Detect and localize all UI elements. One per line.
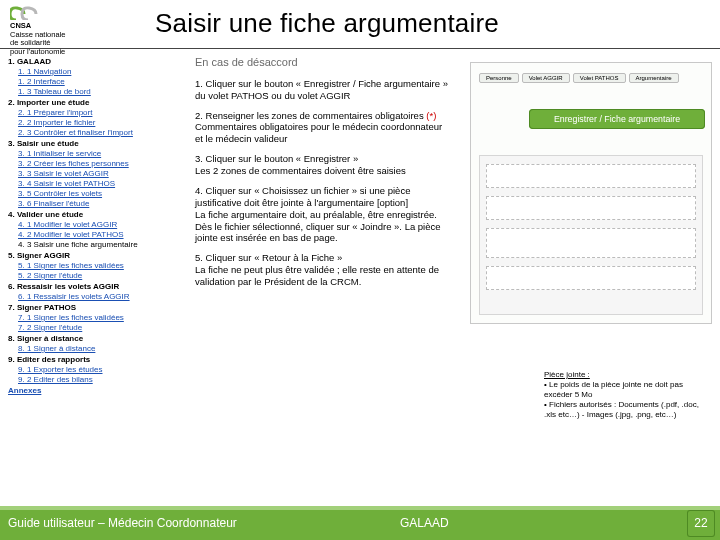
toc-item: 5. 1 Signer les fiches validées	[18, 261, 188, 271]
toc-link[interactable]: 4. 1 Modifier le volet AGGIR	[18, 220, 117, 229]
screenshot-tab: Volet PATHOS	[573, 73, 626, 83]
toc-link[interactable]: 9. 1 Exporter les études	[18, 365, 103, 374]
step-2: 2. Renseigner les zones de commentaires …	[195, 110, 450, 146]
toc-link[interactable]: 3. 1 Initialiser le service	[18, 149, 101, 158]
toc-link[interactable]: 5. 1 Signer les fiches validées	[18, 261, 124, 270]
screenshot-tab: Personne	[479, 73, 519, 83]
toc-item: 8. 1 Signer à distance	[18, 344, 188, 354]
table-of-contents: 1. GALAAD1. 1 Navigation1. 2 Interface1.…	[8, 56, 188, 396]
toc-item: 1. GALAAD	[8, 57, 188, 67]
toc-item: 3. 5 Contrôler les volets	[18, 189, 188, 199]
toc-item: 4. 2 Modifier le volet PATHOS	[18, 230, 188, 240]
toc-item: 2. 2 Importer le fichier	[18, 118, 188, 128]
toc-link[interactable]: 7. 2 Signer l'étude	[18, 323, 82, 332]
form-panel	[479, 155, 703, 315]
toc-link[interactable]: 3. 2 Créer les fiches personnes	[18, 159, 129, 168]
toc-item: 9. 2 Editer des bilans	[18, 375, 188, 385]
footer-bar: Guide utilisateur – Médecin Coordonnateu…	[0, 506, 720, 540]
toc-link[interactable]: 2. 2 Importer le fichier	[18, 118, 95, 127]
toc-item: 1. 2 Interface	[18, 77, 188, 87]
step-4: 4. Cliquer sur « Choisissez un fichier »…	[195, 185, 450, 244]
toc-link[interactable]: Annexes	[8, 386, 41, 395]
toc-item: 7. 2 Signer l'étude	[18, 323, 188, 333]
toc-item: 1. 3 Tableau de bord	[18, 87, 188, 97]
toc-link[interactable]: 7. 1 Signer les fiches validées	[18, 313, 124, 322]
toc-item: 3. 1 Initialiser le service	[18, 149, 188, 159]
toc-link[interactable]: 4. 2 Modifier le volet PATHOS	[18, 230, 124, 239]
footer-center: GALAAD	[400, 516, 449, 530]
toc-item: 2. 3 Contrôler et finaliser l'import	[18, 128, 188, 138]
toc-link[interactable]: 1. 1 Navigation	[18, 67, 71, 76]
footer-left: Guide utilisateur – Médecin Coordonnateu…	[8, 516, 237, 530]
instructions: En cas de désaccord 1. Cliquer sur le bo…	[195, 56, 450, 296]
toc-link[interactable]: 8. 1 Signer à distance	[18, 344, 95, 353]
toc-item: 1. 1 Navigation	[18, 67, 188, 77]
toc-link[interactable]: 1. 2 Interface	[18, 77, 65, 86]
toc-item: 7. 1 Signer les fiches validées	[18, 313, 188, 323]
toc-item: Annexes	[8, 386, 188, 396]
toc-item: 3. 3 Saisir le volet AGGIR	[18, 169, 188, 179]
toc-link[interactable]: 3. 4 Saisir le volet PATHOS	[18, 179, 115, 188]
page-number-badge: 22	[687, 510, 715, 537]
toc-link[interactable]: 3. 5 Contrôler les volets	[18, 189, 102, 198]
page-title: Saisir une fiche argumentaire	[155, 8, 499, 39]
attachment-note: Pièce jointe : • Le poids de la pièce jo…	[544, 370, 712, 420]
subheading: En cas de désaccord	[195, 56, 450, 70]
toc-item: 8. Signer à distance	[8, 334, 188, 344]
toc-item: 3. 4 Saisir le volet PATHOS	[18, 179, 188, 189]
screenshot-tab: Argumentaire	[629, 73, 679, 83]
toc-item: 9. Editer des rapports	[8, 355, 188, 365]
toc-link[interactable]: 2. 1 Préparer l'import	[18, 108, 92, 117]
toc-link[interactable]: 3. 3 Saisir le volet AGGIR	[18, 169, 109, 178]
toc-item: 7. Signer PATHOS	[8, 303, 188, 313]
save-argument-button[interactable]: Enregistrer / Fiche argumentaire	[529, 109, 705, 129]
toc-item: 4. 3 Saisir une fiche argumentaire	[18, 240, 188, 250]
step-3: 3. Cliquer sur le bouton « Enregistrer »…	[195, 153, 450, 177]
toc-link[interactable]: 1. 3 Tableau de bord	[18, 87, 91, 96]
toc-link[interactable]: 3. 6 Finaliser l'étude	[18, 199, 89, 208]
app-screenshot: PersonneVolet AGGIRVolet PATHOSArgumenta…	[470, 62, 712, 324]
toc-link[interactable]: 9. 2 Editer des bilans	[18, 375, 93, 384]
toc-item: 3. 2 Créer les fiches personnes	[18, 159, 188, 169]
toc-item: 9. 1 Exporter les études	[18, 365, 188, 375]
toc-item: 3. Saisir une étude	[8, 139, 188, 149]
toc-item: 5. Signer AGGIR	[8, 251, 188, 261]
toc-link[interactable]: 6. 1 Ressaisir les volets AGGIR	[18, 292, 130, 301]
toc-item: 2. Importer une étude	[8, 98, 188, 108]
divider	[0, 48, 720, 49]
toc-item: 6. 1 Ressaisir les volets AGGIR	[18, 292, 188, 302]
toc-item: 6. Ressaisir les volets AGGIR	[8, 282, 188, 292]
toc-item: 2. 1 Préparer l'import	[18, 108, 188, 118]
toc-item: 4. Valider une étude	[8, 210, 188, 220]
step-1: 1. Cliquer sur le bouton « Enregistrer /…	[195, 78, 450, 102]
step-5: 5. Cliquer sur « Retour à la Fiche » La …	[195, 252, 450, 288]
toc-item: 3. 6 Finaliser l'étude	[18, 199, 188, 209]
toc-link[interactable]: 2. 3 Contrôler et finaliser l'import	[18, 128, 133, 137]
toc-item: 5. 2 Signer l'étude	[18, 271, 188, 281]
toc-link[interactable]: 5. 2 Signer l'étude	[18, 271, 82, 280]
screenshot-tab: Volet AGGIR	[522, 73, 570, 83]
toc-item: 4. 1 Modifier le volet AGGIR	[18, 220, 188, 230]
